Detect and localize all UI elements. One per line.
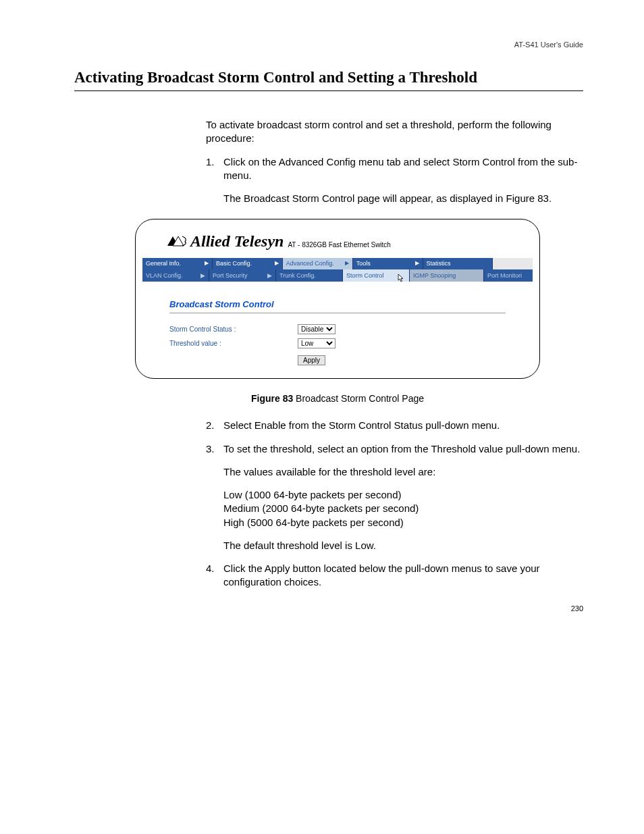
brand-logo-icon [166, 235, 188, 247]
subtab-trunk-label: Trunk Config. [279, 271, 316, 280]
subtab-storm-control[interactable]: Storm Control [343, 269, 410, 282]
step-4-number: 4. [206, 562, 215, 575]
subtab-trunk-config[interactable]: Trunk Config. [276, 269, 343, 282]
status-label: Storm Control Status : [169, 325, 298, 334]
step-4: 4. Click the Apply button located below … [206, 562, 583, 590]
tab-general-label: General Info. [146, 259, 181, 267]
page-number: 230 [571, 604, 583, 613]
chevron-right-icon: ▶ [267, 271, 272, 280]
tab-advanced-label: Advanced Config. [286, 259, 334, 267]
intro-paragraph: To activate broadcast storm control and … [206, 118, 583, 146]
storm-control-status-select[interactable]: Disable [298, 324, 336, 334]
step-3: 3. To set the threshold, select an optio… [206, 442, 583, 553]
subtab-igmp-label: IGMP Snooping [413, 271, 456, 280]
cursor-icon [396, 273, 404, 285]
threshold-high: High (5000 64-byte packets per second) [223, 517, 404, 528]
brand-logo: Allied Telesyn [166, 230, 284, 252]
apply-button[interactable]: Apply [298, 355, 325, 365]
figure-caption-bold: Figure 83 [251, 393, 293, 404]
chevron-right-icon: ▶ [205, 260, 209, 267]
subtab-portsec-label: Port Security [213, 271, 248, 280]
tab-basic-label: Basic Config. [216, 259, 252, 267]
tab-general-info[interactable]: General Info.▶ [142, 258, 213, 269]
subtab-vlan-config[interactable]: VLAN Config.▶ [142, 269, 209, 282]
threshold-low: Low (1000 64-byte packets per second) [223, 489, 402, 500]
step-3-text: To set the threshold, select an option f… [223, 443, 580, 454]
step-1: 1. Click on the Advanced Config menu tab… [206, 155, 583, 406]
model-label: AT - 8326GB Fast Ethernet Switch [288, 240, 390, 250]
tab-tools-label: Tools [356, 259, 371, 267]
figure-caption-rest: Broadcast Storm Control Page [293, 393, 424, 404]
sub-tabs: VLAN Config.▶ Port Security▶ Trunk Confi… [142, 269, 533, 282]
main-tabs: General Info.▶ Basic Config.▶ Advanced C… [142, 258, 533, 269]
figure-screenshot: Allied Telesyn AT - 8326GB Fast Ethernet… [135, 219, 540, 379]
brand-logo-text: Allied Telesyn [190, 230, 284, 252]
step-1-number: 1. [206, 155, 215, 169]
subtab-storm-label: Storm Control [346, 271, 384, 280]
subtab-igmp-snooping[interactable]: IGMP Snooping [410, 269, 484, 282]
threshold-label: Threshold value : [169, 339, 298, 348]
subtab-vlan-label: VLAN Config. [146, 271, 183, 280]
chevron-right-icon: ▶ [200, 271, 205, 280]
figure-caption: Figure 83 Broadcast Storm Control Page [92, 392, 583, 405]
tab-spacer [493, 258, 533, 269]
chevron-right-icon: ▶ [275, 260, 279, 267]
subtab-portmon-label: Port Monitori [487, 271, 522, 280]
tab-basic-config[interactable]: Basic Config.▶ [213, 258, 283, 269]
step-3-number: 3. [206, 442, 215, 456]
subtab-port-monitoring[interactable]: Port Monitori [484, 269, 533, 282]
step-4-text: Click the Apply button located below the… [223, 563, 540, 588]
chevron-right-icon: ▶ [345, 260, 349, 267]
header-guide: AT-S41 User's Guide [74, 41, 583, 49]
threshold-medium: Medium (2000 64-byte packets per second) [223, 502, 419, 514]
threshold-values-block: Low (1000 64-byte packets per second) Me… [223, 488, 583, 529]
step-2: 2. Select Enable from the Storm Control … [206, 419, 583, 432]
step-2-text: Select Enable from the Storm Control Sta… [223, 419, 500, 431]
threshold-value-select[interactable]: Low [298, 338, 336, 348]
step-3-sub1: The values available for the threshold l… [223, 465, 583, 479]
panel-title: Broadcast Storm Control [169, 298, 506, 314]
step-3-default: The default threshold level is Low. [223, 539, 583, 552]
section-title: Activating Broadcast Storm Control and S… [74, 69, 583, 91]
tab-tools[interactable]: Tools▶ [353, 258, 423, 269]
chevron-right-icon: ▶ [415, 260, 419, 267]
tab-statistics-label: Statistics [427, 259, 451, 267]
step-2-number: 2. [206, 419, 215, 432]
tab-advanced-config[interactable]: Advanced Config.▶ [283, 258, 353, 269]
step-1-text: Click on the Advanced Config menu tab an… [223, 156, 577, 181]
subtab-port-security[interactable]: Port Security▶ [209, 269, 276, 282]
step-1-subtext: The Broadcast Storm Control page will ap… [223, 192, 583, 205]
tab-statistics[interactable]: Statistics [423, 258, 493, 269]
